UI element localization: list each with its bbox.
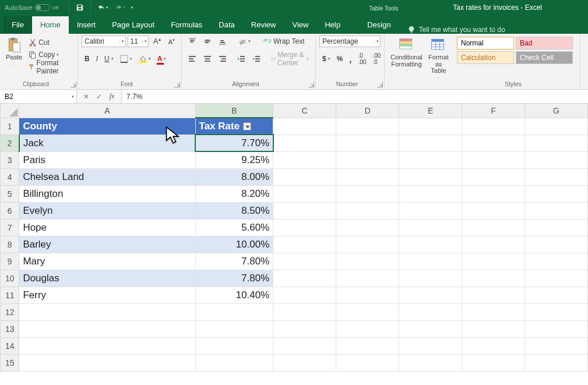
orientation-button[interactable]: ab▾: [235, 36, 253, 47]
cell-D12[interactable]: [336, 303, 399, 320]
cell-F8[interactable]: [462, 236, 525, 253]
autosave-toggle[interactable]: AutoSave Off: [0, 4, 63, 11]
cell-B8[interactable]: 10.00%: [195, 236, 273, 253]
cell-F4[interactable]: [462, 168, 525, 185]
tell-me-search[interactable]: Tell me what you want to do: [399, 26, 588, 34]
cell-B13[interactable]: [195, 320, 273, 337]
comma-format-button[interactable]: ,: [346, 53, 354, 65]
cell-F13[interactable]: [462, 320, 525, 337]
cell-C5[interactable]: [273, 185, 336, 202]
cell-E4[interactable]: [399, 168, 462, 185]
cell-G10[interactable]: [525, 270, 588, 287]
cell-F1[interactable]: [462, 118, 525, 135]
cell-F2[interactable]: [462, 135, 525, 151]
alignment-dialog-launcher[interactable]: [308, 82, 314, 87]
bold-button[interactable]: B: [82, 53, 93, 65]
tab-home[interactable]: Home: [32, 16, 69, 34]
cell-C3[interactable]: [273, 151, 336, 168]
tab-page-layout[interactable]: Page Layout: [104, 16, 163, 34]
cell-F14[interactable]: [462, 337, 525, 354]
cell-G2[interactable]: [525, 135, 588, 151]
row-header-2[interactable]: 2: [1, 135, 19, 151]
cell-A11[interactable]: Ferry: [19, 287, 195, 303]
cell-F11[interactable]: [462, 287, 525, 303]
row-header-3[interactable]: 3: [1, 151, 19, 168]
cell-G15[interactable]: [525, 354, 588, 371]
cell-F7[interactable]: [462, 219, 525, 236]
col-header-F[interactable]: F: [462, 104, 525, 118]
font-color-button[interactable]: A▾: [154, 53, 170, 65]
borders-button[interactable]: ▾: [117, 53, 135, 65]
cell-B14[interactable]: [195, 337, 273, 354]
increase-indent-button[interactable]: [249, 53, 263, 65]
clipboard-dialog-launcher[interactable]: [71, 82, 76, 87]
cell-E2[interactable]: [399, 135, 462, 151]
tab-design[interactable]: Design: [359, 16, 399, 34]
cell-B4[interactable]: 8.00%: [195, 168, 273, 185]
cell-B9[interactable]: 7.80%: [195, 253, 273, 270]
tab-insert[interactable]: Insert: [69, 16, 104, 34]
grow-font-button[interactable]: A▴: [150, 36, 164, 47]
row-header-15[interactable]: 15: [1, 354, 19, 371]
row-header-4[interactable]: 4: [1, 168, 19, 185]
cell-G11[interactable]: [525, 287, 588, 303]
cell-F12[interactable]: [462, 303, 525, 320]
cell-E6[interactable]: [399, 202, 462, 219]
font-name-combo[interactable]: Calibri▾: [82, 36, 126, 47]
cell-A14[interactable]: [19, 337, 195, 354]
accounting-format-button[interactable]: $▾: [319, 53, 333, 65]
insert-function-button[interactable]: fx: [106, 91, 118, 103]
cell-D6[interactable]: [336, 202, 399, 219]
row-header-11[interactable]: 11: [1, 287, 19, 303]
cell-B15[interactable]: [195, 354, 273, 371]
cell-D8[interactable]: [336, 236, 399, 253]
cut-button[interactable]: Cut: [26, 37, 74, 48]
cell-D7[interactable]: [336, 219, 399, 236]
font-dialog-launcher[interactable]: [174, 82, 180, 87]
cell-B1[interactable]: Tax Rate: [195, 118, 273, 135]
cell-C2[interactable]: [273, 135, 336, 151]
cell-A2[interactable]: Jack: [19, 135, 195, 151]
cell-G1[interactable]: [525, 118, 588, 135]
number-format-combo[interactable]: Percentage▾: [319, 36, 381, 47]
cell-A10[interactable]: Douglas: [19, 270, 195, 287]
cell-G8[interactable]: [525, 236, 588, 253]
cell-E13[interactable]: [399, 320, 462, 337]
col-header-G[interactable]: G: [525, 104, 588, 118]
cell-E5[interactable]: [399, 185, 462, 202]
cell-B10[interactable]: 7.80%: [195, 270, 273, 287]
cell-F9[interactable]: [462, 253, 525, 270]
cell-A3[interactable]: Paris: [19, 151, 195, 168]
row-header-9[interactable]: 9: [1, 253, 19, 270]
cell-C12[interactable]: [273, 303, 336, 320]
cell-A13[interactable]: [19, 320, 195, 337]
format-as-table-button[interactable]: Format as Table▾: [426, 36, 451, 80]
name-box[interactable]: B2 ▾: [0, 90, 77, 103]
cell-D1[interactable]: [336, 118, 399, 135]
cell-G7[interactable]: [525, 219, 588, 236]
conditional-formatting-button[interactable]: Conditional Formatting▾: [388, 36, 425, 73]
cell-G5[interactable]: [525, 185, 588, 202]
cell-C1[interactable]: [273, 118, 336, 135]
cell-A6[interactable]: Evelyn: [19, 202, 195, 219]
worksheet-grid[interactable]: ABCDEFG1CountyTax Rate2Jack7.70%3Paris9.…: [0, 104, 588, 385]
row-header-8[interactable]: 8: [1, 236, 19, 253]
wrap-text-button[interactable]: abWrap Text: [260, 36, 308, 47]
paste-button[interactable]: Paste▾: [3, 36, 24, 66]
cell-B6[interactable]: 8.50%: [195, 202, 273, 219]
cell-A7[interactable]: Hope: [19, 219, 195, 236]
align-right-button[interactable]: [216, 53, 230, 65]
cell-D15[interactable]: [336, 354, 399, 371]
cell-E12[interactable]: [399, 303, 462, 320]
cell-G12[interactable]: [525, 303, 588, 320]
cell-B7[interactable]: 5.60%: [195, 219, 273, 236]
col-header-C[interactable]: C: [273, 104, 336, 118]
align-middle-button[interactable]: [200, 36, 214, 47]
cell-F10[interactable]: [462, 270, 525, 287]
cell-G14[interactable]: [525, 337, 588, 354]
fill-color-button[interactable]: ▾: [136, 53, 154, 65]
cell-D2[interactable]: [336, 135, 399, 151]
row-header-7[interactable]: 7: [1, 219, 19, 236]
merge-center-button[interactable]: Merge & Center▾: [268, 53, 312, 65]
cell-E15[interactable]: [399, 354, 462, 371]
